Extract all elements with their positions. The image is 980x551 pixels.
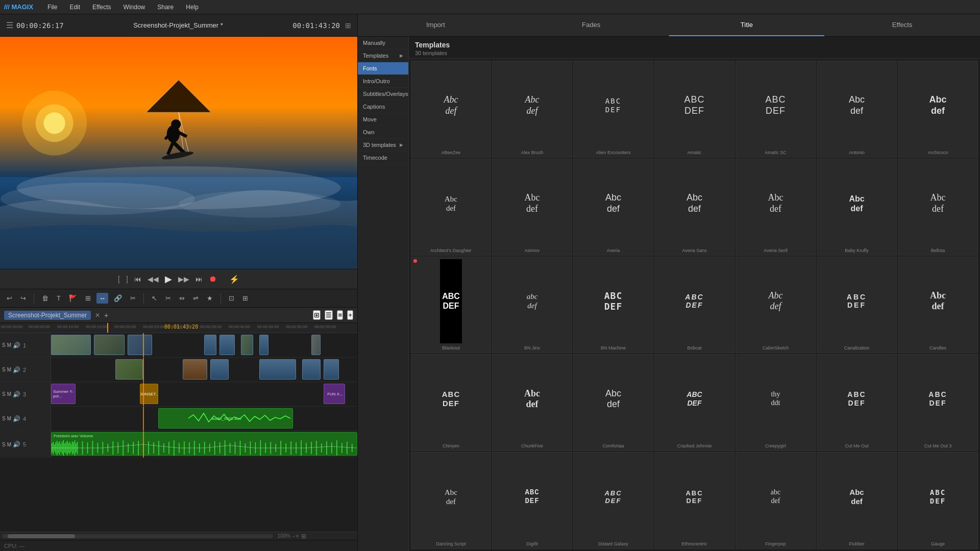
track-height-button[interactable]: ≡ <box>337 310 343 320</box>
track2-m-button[interactable]: M <box>7 367 11 372</box>
bracket-left[interactable]: [ <box>118 275 120 283</box>
font-archicoco[interactable]: Abcdef Archicoco <box>898 61 978 158</box>
clip-3-1[interactable]: Summer Y-pol... <box>51 384 76 404</box>
font-averia-serif[interactable]: Abcdef Averia Serif <box>736 159 816 256</box>
unlink-button[interactable]: ✂ <box>128 293 138 304</box>
clip-2-5[interactable] <box>302 359 321 380</box>
font-bobcat[interactable]: ABCDEF Bobcat <box>654 257 734 354</box>
expand-icon[interactable]: ⊞ <box>345 21 351 30</box>
skip-to-end-button[interactable]: ⏭ <box>195 275 203 283</box>
font-amatic[interactable]: ABCDEF Amatic <box>654 61 734 158</box>
track-content-4[interactable]: audio_0001.wav <box>51 407 357 431</box>
track3-s-button[interactable]: S <box>2 391 6 397</box>
category-templates[interactable]: Templates ▶ <box>358 49 408 62</box>
font-digifit[interactable]: ABCDEF Digifit <box>492 452 572 549</box>
clip-1-5[interactable] <box>219 335 235 355</box>
track-m-button[interactable]: M <box>7 342 11 348</box>
tab-fades[interactable]: Fades <box>513 14 669 36</box>
slip-tool[interactable]: ⇌ <box>190 293 201 304</box>
font-gauge[interactable]: ABCDEF Gauge <box>898 452 978 549</box>
font-fingerpop[interactable]: abcdef Fingerpop <box>736 452 816 549</box>
track-content-5[interactable]: Freedom.wav Volume <box>51 431 357 458</box>
select-tool[interactable]: ↖ <box>149 293 160 304</box>
menu-item-window[interactable]: Window <box>121 3 148 12</box>
font-cut-me-out[interactable]: ABCDEF Cut Me Out <box>817 354 897 451</box>
list-view-button[interactable]: ☰ <box>325 310 333 320</box>
menu-item-edit[interactable]: Edit <box>67 3 82 12</box>
track4-s-button[interactable]: S <box>2 416 6 421</box>
category-manually[interactable]: Manually <box>358 37 408 49</box>
category-fonts[interactable]: Fonts <box>358 62 408 75</box>
prev-frame-button[interactable]: ◀◀ <box>148 275 159 283</box>
font-alex-brush[interactable]: Abcdef Alex Brush <box>492 61 572 158</box>
lightning-icon[interactable]: ⚡ <box>229 274 239 284</box>
menu-item-help[interactable]: Help <box>184 3 201 12</box>
font-antonio[interactable]: Abcdef Antonio <box>817 61 897 158</box>
font-averia[interactable]: Abcdef Averia <box>573 159 653 256</box>
clip-1-7[interactable] <box>259 335 268 355</box>
track2-s-button[interactable]: S <box>2 367 6 372</box>
skip-to-start-button[interactable]: ⏮ <box>134 275 141 283</box>
font-chunk-five[interactable]: Abcdef ChunkFive <box>492 354 572 451</box>
next-frame-button[interactable]: ▶▶ <box>178 275 189 283</box>
font-asimov[interactable]: Abcdef Asimov <box>492 159 572 256</box>
track-content-3[interactable]: Summer Y-pol... SUNSET... FUN X... <box>51 382 357 406</box>
playhead-indicator[interactable] <box>107 323 108 333</box>
tab-import[interactable]: Import <box>358 14 513 36</box>
clip-4-1[interactable]: audio_0001.wav <box>158 408 293 429</box>
font-cabin-sketch[interactable]: Abcdef CabinSketch <box>736 257 816 354</box>
font-ethnocentric[interactable]: ABCDEF Ethnocentric <box>654 452 734 549</box>
bracket-right[interactable]: ] <box>126 275 128 283</box>
track3-m-button[interactable]: M <box>7 391 11 397</box>
timeline-scrollbar[interactable]: 100% - + ⊞ <box>0 532 357 540</box>
add-track-button[interactable]: + <box>347 310 353 320</box>
font-averia-sans[interactable]: Abcdef Averia Sans <box>654 159 734 256</box>
razor-tool[interactable]: ✂ <box>163 293 174 304</box>
font-dancing-script[interactable]: Abcdef Dancing Script <box>411 452 491 549</box>
menu-item-effects[interactable]: Effects <box>90 3 113 12</box>
play-button[interactable]: ▶ <box>165 273 172 285</box>
effects-tool[interactable]: ★ <box>204 293 215 304</box>
track-s-button[interactable]: S <box>2 342 6 348</box>
clip-1-8[interactable] <box>311 335 321 355</box>
menu-item-file[interactable]: File <box>45 3 59 12</box>
font-chinyen[interactable]: ABCDEF Chinyen <box>411 354 491 451</box>
add-tab-button[interactable]: + <box>104 311 108 319</box>
font-bellota[interactable]: Abcdef Bellota <box>898 159 978 256</box>
font-alien-encounters[interactable]: ABCDEF Alien Encounters <box>573 61 653 158</box>
font-architects-daughter[interactable]: Abcdef Architect's Daughter <box>411 159 491 256</box>
category-move[interactable]: Move <box>358 113 408 126</box>
text-button[interactable]: T <box>54 293 63 304</box>
grid-view-button[interactable]: ⊞ <box>313 310 321 320</box>
track2-vol-icon[interactable]: 🔊 <box>13 366 20 373</box>
font-bn-jinx[interactable]: abcdef BN Jinx <box>492 257 572 354</box>
clip-2-4[interactable] <box>259 359 296 380</box>
ripple-button[interactable]: ↔ <box>96 293 108 304</box>
marker-button[interactable]: 🚩 <box>66 293 80 304</box>
font-amatic-sc[interactable]: ABCDEF Amatic SC <box>736 61 816 158</box>
font-flubber[interactable]: Abcdef Flubber <box>817 452 897 549</box>
tab-title[interactable]: Title <box>669 14 825 36</box>
font-canalization[interactable]: ABCDEF Canalization <box>817 257 897 354</box>
snap-button[interactable]: ⊡ <box>226 293 237 304</box>
track5-vol-icon[interactable]: 🔊 <box>13 441 20 448</box>
category-own[interactable]: Own <box>358 126 408 139</box>
split-button[interactable]: ⊞ <box>83 293 93 304</box>
font-blackout[interactable]: ABCDEF Blackout <box>411 257 491 354</box>
scrollbar-thumb[interactable] <box>8 534 76 538</box>
link-button[interactable]: 🔗 <box>111 293 125 304</box>
tab-effects[interactable]: Effects <box>824 14 980 36</box>
clip-2-1[interactable] <box>115 359 143 380</box>
font-baby-kruffy[interactable]: Abcdef Baby Kruffy <box>817 159 897 256</box>
track-vol-icon[interactable]: 🔊 <box>13 342 20 349</box>
font-distant-galaxy[interactable]: ABCDEF Distant Galaxy <box>573 452 653 549</box>
clip-1-6[interactable] <box>241 335 253 355</box>
clip-1-3[interactable] <box>128 335 152 355</box>
record-button[interactable]: ⏺ <box>209 274 217 284</box>
track-content-1[interactable] <box>51 333 357 357</box>
clip-3-3[interactable]: FUN X... <box>324 384 345 404</box>
redo-button[interactable]: ↪ <box>18 293 29 304</box>
category-3d-templates[interactable]: 3D templates ▶ <box>358 139 408 152</box>
track4-vol-icon[interactable]: 🔊 <box>13 415 20 422</box>
font-cut-me-out-3[interactable]: ABCDEF Cut Me Out 3 <box>898 354 978 451</box>
